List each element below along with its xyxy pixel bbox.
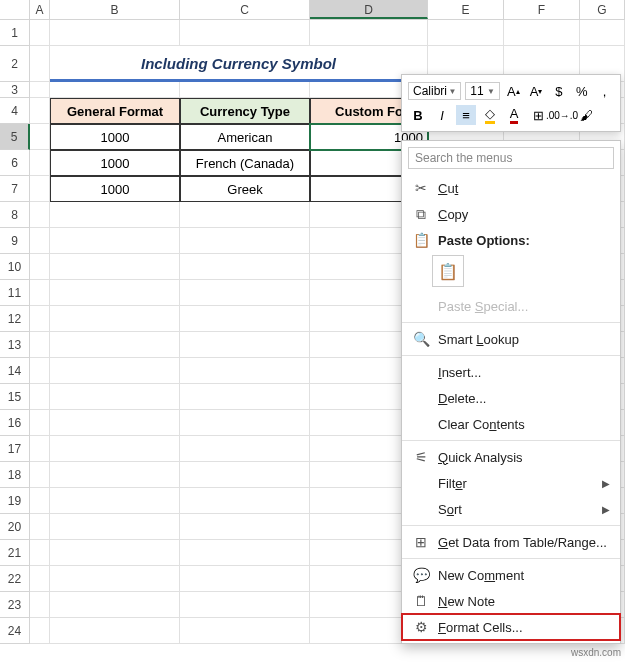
font-selector[interactable]: Calibri▼ (408, 82, 461, 100)
menu-clear-contents[interactable]: Clear Contents (402, 411, 620, 437)
menu-new-note[interactable]: 🗒 New Note (402, 588, 620, 614)
accounting-format-button[interactable]: $ (550, 81, 569, 101)
bold-button[interactable]: B (408, 105, 428, 125)
row-header[interactable]: 2 (0, 46, 30, 82)
menu-smart-lookup[interactable]: 🔍 Smart Lookup (402, 326, 620, 352)
mini-toolbar: Calibri▼ 11▼ A▴ A▾ $ % , B I ≡ ◇ A ⊞ .00… (401, 74, 621, 132)
menu-copy[interactable]: ⧉ Copy (402, 201, 620, 227)
format-painter-button[interactable]: 🖌 (576, 105, 596, 125)
menu-search-input[interactable]: Search the menus (408, 147, 614, 169)
menu-get-data[interactable]: ⊞ Get Data from Table/Range... (402, 529, 620, 555)
menu-delete[interactable]: Delete... (402, 385, 620, 411)
chevron-down-icon: ▼ (487, 87, 495, 96)
watermark: wsxdn.com (571, 647, 621, 658)
font-size-selector[interactable]: 11▼ (465, 82, 499, 100)
clipboard-icon: 📋 (410, 232, 432, 248)
row-header[interactable]: 15 (0, 384, 30, 410)
font-color-button[interactable]: A (504, 105, 524, 125)
row-header[interactable]: 5 (0, 124, 30, 150)
quick-analysis-icon: ⚟ (410, 449, 432, 465)
search-icon: 🔍 (410, 331, 432, 347)
menu-cut[interactable]: ✂ Cut (402, 175, 620, 201)
table-cell[interactable]: 1000 (50, 176, 180, 202)
note-icon: 🗒 (410, 593, 432, 609)
comment-icon: 💬 (410, 567, 432, 583)
align-center-button[interactable]: ≡ (456, 105, 476, 125)
comma-format-button[interactable]: , (595, 81, 614, 101)
menu-filter[interactable]: Filter▶ (402, 470, 620, 496)
chevron-right-icon: ▶ (602, 478, 610, 489)
table-cell[interactable]: French (Canada) (180, 150, 310, 176)
context-menu: Search the menus ✂ Cut ⧉ Copy 📋 Paste Op… (401, 140, 621, 644)
row-header[interactable]: 11 (0, 280, 30, 306)
col-header-c[interactable]: C (180, 0, 310, 19)
percent-format-button[interactable]: % (572, 81, 591, 101)
row-header[interactable]: 22 (0, 566, 30, 592)
menu-sort[interactable]: Sort▶ (402, 496, 620, 522)
paste-button[interactable]: 📋 (432, 255, 464, 287)
row-headers: 1 2 3 4 5 6 7 8 9 10 11 12 13 14 15 16 1… (0, 20, 30, 644)
menu-format-cells[interactable]: ⚙ Format Cells... (402, 614, 620, 640)
page-title: Including Currency Symbol (50, 46, 428, 82)
row-header[interactable]: 20 (0, 514, 30, 540)
table-cell[interactable]: 1000 (50, 150, 180, 176)
menu-insert[interactable]: Insert... (402, 359, 620, 385)
row-header[interactable]: 14 (0, 358, 30, 384)
row-header[interactable]: 13 (0, 332, 30, 358)
row-header[interactable]: 17 (0, 436, 30, 462)
row-header[interactable]: 16 (0, 410, 30, 436)
chevron-right-icon: ▶ (602, 504, 610, 515)
row-header[interactable]: 24 (0, 618, 30, 644)
chevron-down-icon: ▼ (448, 87, 456, 96)
italic-button[interactable]: I (432, 105, 452, 125)
col-header-b[interactable]: B (50, 0, 180, 19)
decrease-decimal-button[interactable]: .00→.0 (552, 105, 572, 125)
row-header[interactable]: 19 (0, 488, 30, 514)
col-header-g[interactable]: G (580, 0, 625, 19)
scissors-icon: ✂ (410, 180, 432, 196)
col-header-d[interactable]: D (310, 0, 428, 19)
th-general-format: General Format (50, 98, 180, 124)
table-icon: ⊞ (410, 534, 432, 550)
row-header[interactable]: 21 (0, 540, 30, 566)
row-header[interactable]: 1 (0, 20, 30, 46)
menu-quick-analysis[interactable]: ⚟ Quick Analysis (402, 444, 620, 470)
fill-color-button[interactable]: ◇ (480, 105, 500, 125)
row-header[interactable]: 10 (0, 254, 30, 280)
format-cells-icon: ⚙ (410, 619, 432, 635)
menu-paste-options: 📋 Paste Options: (402, 227, 620, 253)
row-header[interactable]: 6 (0, 150, 30, 176)
decrease-font-icon[interactable]: A▾ (527, 81, 546, 101)
col-header-f[interactable]: F (504, 0, 580, 19)
row-header[interactable]: 4 (0, 98, 30, 124)
row-header[interactable]: 18 (0, 462, 30, 488)
increase-font-icon[interactable]: A▴ (504, 81, 523, 101)
row-header[interactable]: 3 (0, 82, 30, 98)
row-header[interactable]: 12 (0, 306, 30, 332)
table-cell[interactable]: American (180, 124, 310, 150)
row-header[interactable]: 23 (0, 592, 30, 618)
col-header-a[interactable]: A (30, 0, 50, 19)
row-header[interactable]: 7 (0, 176, 30, 202)
col-header-e[interactable]: E (428, 0, 504, 19)
copy-icon: ⧉ (410, 206, 432, 223)
menu-paste-special: Paste Special... (402, 293, 620, 319)
row-header[interactable]: 9 (0, 228, 30, 254)
th-currency-type: Currency Type (180, 98, 310, 124)
table-cell[interactable]: Greek (180, 176, 310, 202)
select-all-corner[interactable] (0, 0, 30, 19)
row-header[interactable]: 8 (0, 202, 30, 228)
table-cell[interactable]: 1000 (50, 124, 180, 150)
column-headers: A B C D E F G (0, 0, 625, 20)
menu-new-comment[interactable]: 💬 New Comment (402, 562, 620, 588)
